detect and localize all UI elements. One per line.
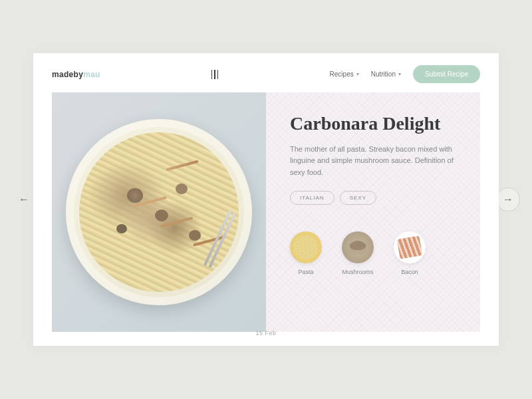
bacon-icon <box>394 231 426 263</box>
ingredient-bacon[interactable]: Bacon <box>394 231 426 275</box>
recipe-title: Carbonara Delight <box>290 114 456 134</box>
content: Carbonara Delight The mother of all past… <box>52 92 480 332</box>
nav-label: Recipes <box>330 70 354 78</box>
chevron-down-icon: ▾ <box>356 71 359 77</box>
submit-recipe-button[interactable]: Submit Recipe <box>413 65 480 83</box>
ingredient-label: Bacon <box>401 269 418 275</box>
tag-list: ITALIAN SEXY <box>290 191 456 205</box>
nav: Recipes ▾ Nutrition ▾ Submit Recipe <box>330 65 480 83</box>
recipe-description: The mother of all pasta. Streaky bacon m… <box>290 144 456 179</box>
pasta-icon <box>290 231 322 263</box>
ingredient-label: Pasta <box>298 269 313 275</box>
mushroom-icon <box>342 231 374 263</box>
ingredient-label: Mushrooms <box>342 269 373 275</box>
logo[interactable]: madebymau <box>52 70 100 79</box>
header: madebymau Recipes ▾ Nutrition ▾ Submit R… <box>33 53 499 92</box>
logo-light: mau <box>83 70 100 79</box>
logo-bold: madeby <box>52 70 83 79</box>
next-arrow-button[interactable]: → <box>496 188 520 211</box>
recipe-card: madebymau Recipes ▾ Nutrition ▾ Submit R… <box>33 53 499 346</box>
ingredient-pasta[interactable]: Pasta <box>290 231 322 275</box>
ingredient-list: Pasta Mushrooms Bacon <box>290 231 456 275</box>
prev-arrow-button[interactable]: ← <box>12 188 36 211</box>
nav-item-recipes[interactable]: Recipes ▾ <box>330 70 359 78</box>
nav-label: Nutrition <box>371 70 396 78</box>
recipe-info: Carbonara Delight The mother of all past… <box>266 92 480 332</box>
ingredient-mushrooms[interactable]: Mushrooms <box>342 231 374 275</box>
tag-sexy[interactable]: SEXY <box>340 191 376 205</box>
tag-italian[interactable]: ITALIAN <box>290 191 334 205</box>
hamburger-icon[interactable] <box>211 70 219 79</box>
recipe-image <box>52 92 266 332</box>
recipe-date: 15 Feb <box>255 330 276 336</box>
nav-item-nutrition[interactable]: Nutrition ▾ <box>371 70 401 78</box>
plate-illustration <box>66 119 252 305</box>
chevron-down-icon: ▾ <box>398 71 401 77</box>
